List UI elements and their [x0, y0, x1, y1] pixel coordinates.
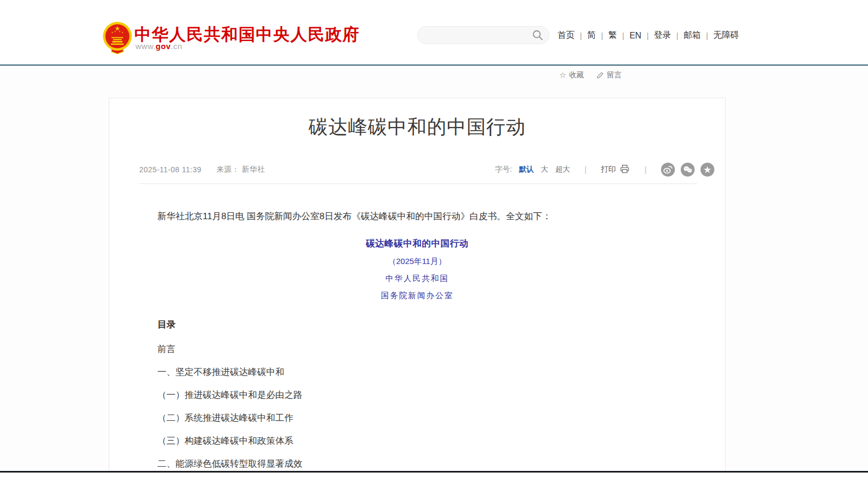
favorite-button[interactable]: ☆ 收藏	[559, 70, 584, 80]
printer-icon	[619, 164, 630, 175]
star-outline-icon: ☆	[559, 70, 566, 80]
search-icon[interactable]	[532, 29, 544, 41]
meta-separator: |	[644, 165, 647, 174]
toc-item-1-2: （二）系统推进碳达峰碳中和工作	[139, 413, 695, 422]
qzone-star-icon[interactable]	[700, 163, 714, 177]
print-button[interactable]: 打印	[601, 164, 630, 175]
site-header: 中华人民共和国中央人民政府 www.gov.cn 首页 | 简 | 繁 | EN…	[0, 0, 868, 65]
article-source: 来源： 新华社	[216, 165, 265, 174]
toc-list: 前言 一、坚定不移推进碳达峰碳中和 （一）推进碳达峰碳中和是必由之路 （二）系统…	[139, 345, 695, 488]
doc-org-line-1: 中华人民共和国	[139, 274, 695, 284]
article-meta-right: 字号: 默认 大 超大 | 打印 |	[495, 163, 714, 177]
search-box	[417, 26, 550, 44]
national-emblem-icon	[101, 21, 134, 56]
nav-separator: |	[622, 31, 624, 40]
toc-item-1-1: （一）推进碳达峰碳中和是必由之路	[139, 390, 695, 399]
nav-link-english[interactable]: EN	[630, 31, 641, 41]
article-title: 碳达峰碳中和的中国行动	[109, 114, 725, 140]
site-url: www.gov.cn	[136, 42, 182, 51]
print-label: 打印	[601, 165, 616, 174]
bottom-border	[0, 471, 868, 473]
lead-paragraph: 新华社北京11月8日电 国务院新闻办公室8日发布《碳达峰碳中和的中国行动》白皮书…	[139, 209, 695, 223]
share-icons	[661, 163, 714, 177]
nav-separator: |	[706, 31, 708, 40]
toc-item-preface: 前言	[139, 345, 695, 354]
site-url-prefix: www.	[136, 42, 156, 51]
article-meta-row: 2025-11-08 11:39 来源： 新华社 字号: 默认 大 超大 | 打…	[109, 163, 725, 177]
article-date: 2025-11-08 11:39	[139, 165, 201, 174]
nav-link-traditional[interactable]: 繁	[608, 30, 617, 41]
nav-separator: |	[601, 31, 603, 40]
font-size-xlarge-button[interactable]: 超大	[555, 165, 570, 174]
font-size-large-button[interactable]: 大	[541, 165, 548, 174]
font-size-default-button[interactable]: 默认	[519, 165, 534, 174]
meta-divider	[139, 183, 697, 184]
message-button[interactable]: 留言	[596, 70, 622, 80]
nav-separator: |	[580, 31, 582, 40]
header-divider	[0, 65, 868, 66]
nav-link-accessibility[interactable]: 无障碍	[713, 30, 739, 41]
nav-link-mail[interactable]: 邮箱	[683, 30, 700, 41]
source-label: 来源：	[216, 165, 240, 173]
page: 中华人民共和国中央人民政府 www.gov.cn 首页 | 简 | 繁 | EN…	[0, 0, 868, 488]
weibo-icon[interactable]	[661, 163, 675, 177]
search-input[interactable]	[426, 31, 532, 39]
toc-item-2: 二、能源绿色低碳转型取得显著成效	[139, 459, 695, 468]
page-actions: ☆ 收藏 留言	[559, 70, 622, 80]
toc-item-1-3: （三）构建碳达峰碳中和政策体系	[139, 436, 695, 445]
pencil-icon	[596, 71, 604, 79]
meta-separator: |	[585, 165, 587, 174]
message-label: 留言	[607, 70, 622, 80]
nav-separator: |	[647, 31, 649, 40]
favorite-label: 收藏	[569, 70, 584, 80]
toc-heading: 目录	[139, 318, 695, 331]
site-url-main: gov	[156, 42, 171, 51]
article-card: 碳达峰碳中和的中国行动 2025-11-08 11:39 来源： 新华社 字号:…	[109, 98, 726, 488]
font-size-label: 字号:	[495, 165, 512, 174]
nav-link-login[interactable]: 登录	[654, 30, 671, 41]
wechat-icon[interactable]	[681, 163, 695, 177]
doc-org-line-2: 国务院新闻办公室	[139, 291, 695, 301]
toc-item-1: 一、坚定不移推进碳达峰碳中和	[139, 367, 695, 377]
top-nav: 首页 | 简 | 繁 | EN | 登录 | 邮箱 | 无障碍	[558, 30, 739, 41]
nav-link-home[interactable]: 首页	[558, 30, 575, 41]
doc-title: 碳达峰碳中和的中国行动	[139, 237, 695, 250]
site-url-suffix: .cn	[171, 42, 182, 51]
nav-separator: |	[676, 31, 679, 40]
source-name: 新华社	[242, 165, 265, 173]
article-body: 新华社北京11月8日电 国务院新闻办公室8日发布《碳达峰碳中和的中国行动》白皮书…	[109, 209, 725, 488]
nav-link-simplified[interactable]: 简	[587, 30, 596, 41]
bottom-mask	[0, 473, 868, 488]
doc-date: （2025年11月）	[139, 257, 695, 267]
article-meta-left: 2025-11-08 11:39 来源： 新华社	[139, 165, 265, 174]
